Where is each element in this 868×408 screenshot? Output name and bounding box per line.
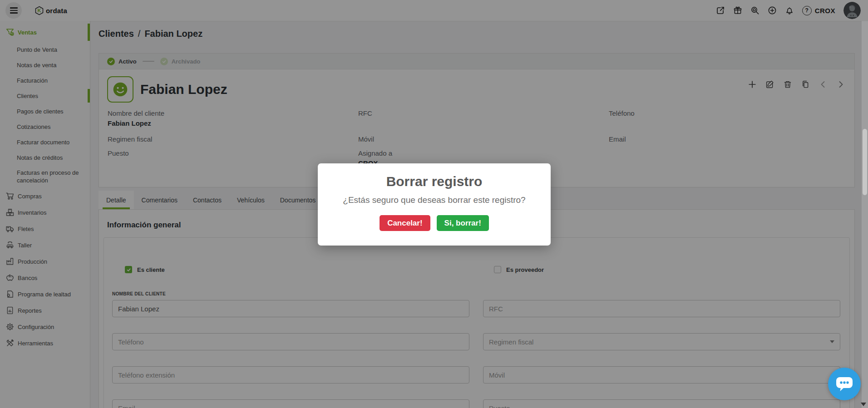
chat-bubble-icon (835, 375, 854, 393)
dialog-title: Borrar registro (318, 174, 551, 189)
delete-confirm-dialog: Borrar registro ¿Estás seguro que deseas… (318, 163, 551, 246)
scrollbar-thumb[interactable] (863, 129, 867, 195)
cancel-button[interactable]: Cancelar! (380, 215, 430, 231)
corner-caret-icon (861, 403, 866, 406)
app-window: K ordata (0, 0, 868, 408)
dialog-actions: Cancelar! Si, borrar! (318, 215, 551, 231)
dialog-message: ¿Estás seguro que deseas borrar este reg… (318, 195, 551, 205)
vertical-scrollbar[interactable] (862, 21, 868, 408)
confirm-delete-button[interactable]: Si, borrar! (437, 215, 489, 231)
chat-widget-button[interactable] (828, 368, 861, 400)
